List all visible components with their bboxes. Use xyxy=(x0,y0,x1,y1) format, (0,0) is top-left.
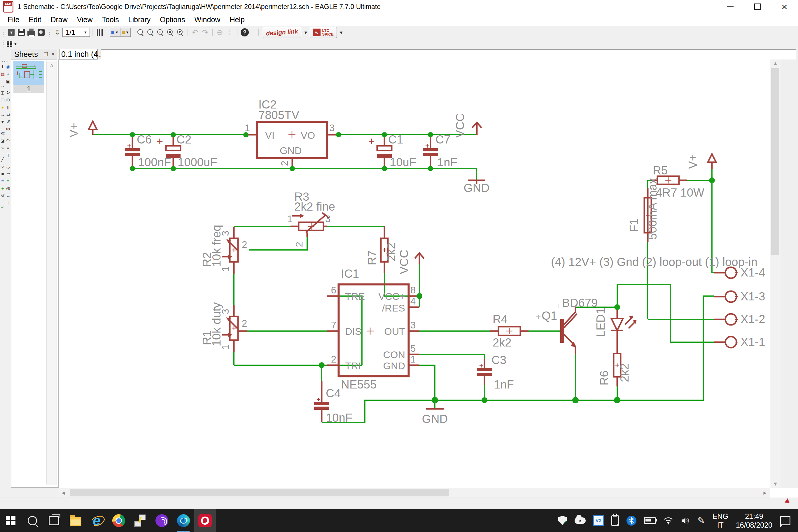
scroll-up-icon[interactable]: ▲ xyxy=(770,59,780,67)
stop-button[interactable]: ⊖ xyxy=(215,28,224,37)
scroll-right-icon[interactable]: ► xyxy=(760,488,770,498)
copy-icon[interactable]: ▣ xyxy=(5,78,11,85)
component-r7[interactable]: R7 2k2 xyxy=(365,226,398,273)
gateswap-icon[interactable]: « xyxy=(5,144,11,151)
paste-icon[interactable]: ● xyxy=(0,103,5,111)
component-f1[interactable]: F1 500mA max xyxy=(627,178,659,242)
media-app-button[interactable] xyxy=(151,509,173,532)
wifi-tray-icon[interactable] xyxy=(660,509,677,532)
label-icon[interactable]: AB xyxy=(5,185,11,192)
zoom-redraw-button[interactable]: ▫ xyxy=(156,28,165,37)
component-c3[interactable]: C3 1nF xyxy=(477,354,514,391)
palette-handle[interactable] xyxy=(2,61,10,62)
power-gnd-bottom[interactable]: GND xyxy=(422,409,448,425)
use-library-button[interactable] xyxy=(95,28,104,37)
go-button[interactable]: ⁞ xyxy=(226,28,234,37)
errors-icon[interactable]: ! xyxy=(5,199,11,207)
move-icon[interactable]: ↔ xyxy=(0,82,5,89)
sheet-updown-button[interactable]: ⇕ xyxy=(53,28,62,37)
arc-icon[interactable]: ◡ xyxy=(5,163,11,170)
component-ic1[interactable]: IC1 NE555 TRE DIS TRI VCC+ /RES OUT CON … xyxy=(327,267,419,391)
layer-dropdown-2[interactable]: ▼ xyxy=(120,28,131,37)
load-button[interactable]: ▼ xyxy=(7,28,16,37)
schematic-canvas[interactable]: IC2 7805TV VI VO GND 1 3 2 V+ xyxy=(58,59,770,488)
component-c6[interactable]: C6 100nF xyxy=(125,133,171,169)
minimize-button[interactable] xyxy=(717,0,744,14)
scroll-left-icon[interactable]: ◄ xyxy=(58,488,68,498)
internet-explorer-button[interactable]: e xyxy=(86,509,108,532)
command-input[interactable] xyxy=(101,49,796,59)
file-explorer-button[interactable] xyxy=(65,509,86,532)
close-panel-icon[interactable]: × xyxy=(52,51,55,57)
split-icon[interactable]: » xyxy=(0,144,5,151)
menu-tools[interactable]: Tools xyxy=(97,16,124,24)
mirror-icon[interactable]: ◫ xyxy=(0,89,5,96)
attribute-icon[interactable]: AT xyxy=(0,192,5,199)
component-r4[interactable]: R4 2k2 xyxy=(490,313,529,349)
circle-icon[interactable]: ○ xyxy=(0,163,5,170)
grid-toolbar-handle[interactable] xyxy=(2,40,4,48)
design-link-button[interactable]: design link xyxy=(263,27,301,38)
export-image-button[interactable] xyxy=(37,28,45,37)
component-q1[interactable]: Q1 BD679 xyxy=(536,296,597,354)
close-button[interactable]: × xyxy=(771,0,798,14)
bluetooth-tray-icon[interactable] xyxy=(623,509,640,532)
change-icon[interactable]: ⚙ xyxy=(5,96,11,103)
horizontal-scrollbar[interactable]: ◄ ► xyxy=(58,488,770,498)
power-vplus-right[interactable]: V+ xyxy=(686,154,716,169)
pen-tray-icon[interactable]: ✎ xyxy=(694,509,709,532)
design-link-dropdown[interactable]: ▼ xyxy=(304,30,308,35)
print-button[interactable] xyxy=(27,28,36,37)
search-button[interactable] xyxy=(22,509,43,532)
float-panel-icon[interactable]: ❐ xyxy=(44,51,48,57)
power-gnd-top[interactable]: GND xyxy=(464,180,490,194)
component-x1[interactable]: X1-4 X1-3 X1-2 X1-1 xyxy=(714,266,765,348)
group-icon[interactable]: ▢ xyxy=(0,96,5,103)
replace-icon[interactable]: ↺ xyxy=(5,118,11,126)
sheet-selector[interactable]: 1/1▼ xyxy=(62,28,90,37)
zoom-select-button[interactable]: ▾ xyxy=(176,28,185,37)
miter-icon[interactable]: ◠ xyxy=(5,137,11,144)
rotate-icon[interactable]: ↻ xyxy=(5,89,11,96)
text-icon[interactable]: T xyxy=(5,151,11,159)
defender-tray-icon[interactable]: ✓ xyxy=(554,509,571,532)
layer-dropdown-1[interactable]: ▼ xyxy=(110,28,120,37)
vnc-tray-icon[interactable]: V2 xyxy=(589,509,608,532)
menu-view[interactable]: View xyxy=(72,16,97,24)
chrome-button[interactable] xyxy=(108,509,130,532)
ltspice-dropdown[interactable]: ▼ xyxy=(339,30,344,35)
info-icon[interactable]: ℹ xyxy=(0,63,5,70)
zoom-out-button[interactable]: − xyxy=(136,28,145,37)
vertical-scrollbar[interactable]: ▲ ▼ xyxy=(770,59,780,488)
menu-help[interactable]: Help xyxy=(225,16,249,24)
value-icon[interactable]: 10k xyxy=(5,126,11,133)
task-view-button[interactable] xyxy=(43,509,65,532)
power-vcc-mid[interactable]: VCC xyxy=(398,250,424,274)
erc-icon[interactable]: ✓ xyxy=(0,203,5,211)
junction-icon[interactable]: + xyxy=(0,185,5,192)
menu-window[interactable]: Window xyxy=(190,16,225,24)
menu-library[interactable]: Library xyxy=(124,16,155,24)
component-r2[interactable]: R2 10k freq 3 1 2 xyxy=(201,225,247,273)
sheet-number[interactable]: 1 xyxy=(14,85,44,93)
scroll-down-icon[interactable]: ▼ xyxy=(770,480,780,488)
battery-tray-icon[interactable] xyxy=(640,509,660,532)
undo-button[interactable]: ↶ xyxy=(191,28,200,37)
action-center-button[interactable] xyxy=(776,509,798,532)
menu-edit[interactable]: Edit xyxy=(24,16,46,24)
edge-button[interactable] xyxy=(173,509,194,532)
volume-tray-icon[interactable] xyxy=(677,509,694,532)
toolbar-handle2[interactable] xyxy=(49,28,50,36)
dialup-button[interactable] xyxy=(130,509,151,532)
wire-icon[interactable]: ╱ xyxy=(0,155,5,163)
display-layers-icon[interactable]: ▦ xyxy=(0,70,5,78)
component-c7[interactable]: C7 1nF xyxy=(423,133,457,169)
restore-button[interactable] xyxy=(744,0,771,14)
horizontal-scroll-thumb[interactable] xyxy=(70,489,449,496)
delete-icon[interactable]: ▯ xyxy=(5,103,11,111)
component-c1[interactable]: + C1 10uF xyxy=(368,133,416,169)
rect-icon[interactable]: ■ xyxy=(0,170,5,177)
menu-draw[interactable]: Draw xyxy=(46,16,72,24)
usb-tray-icon[interactable] xyxy=(608,509,623,532)
sheets-panel-header[interactable]: Sheets ❐ × xyxy=(11,49,57,59)
